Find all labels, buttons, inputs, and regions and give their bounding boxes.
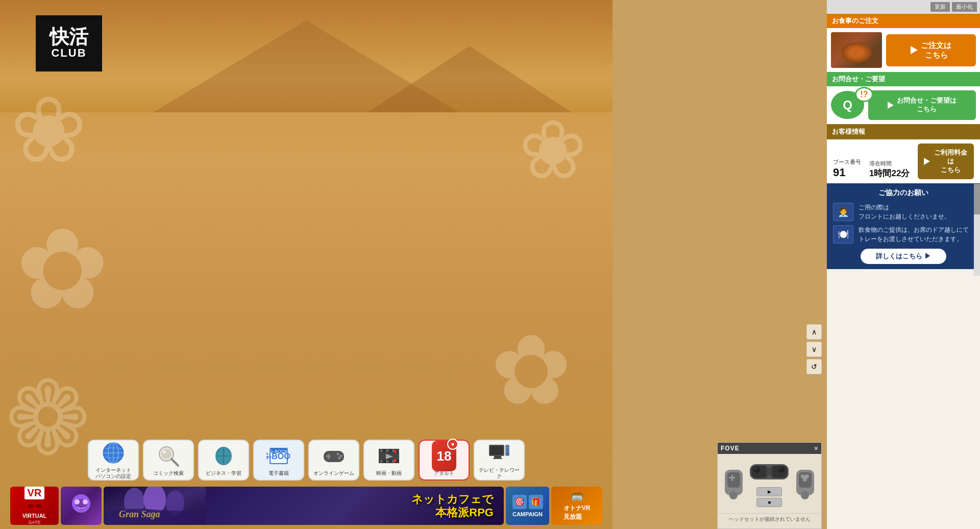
globe-icon <box>101 441 126 465</box>
svg-rect-56 <box>727 472 740 488</box>
scroll-up-button[interactable]: ∧ <box>806 324 822 340</box>
fee-button[interactable]: ご利用料金は こちら <box>918 143 974 180</box>
app-logo: 快活 CLUB <box>36 15 102 71</box>
game1-banner[interactable] <box>61 487 102 525</box>
svg-point-34 <box>394 459 397 462</box>
film-icon <box>377 444 401 468</box>
svg-point-7 <box>163 450 166 453</box>
cooperation-item-1: 🧑‍💼 ご用の際はフロントにお越しくださいませ。 <box>833 203 974 221</box>
tv-icon <box>487 441 511 465</box>
svg-text:G-BOOK: G-BOOK <box>270 449 288 454</box>
order-button[interactable]: ご注文は こちら <box>886 34 976 66</box>
cooperation-item-2: 🍽️ 飲食物のご提供は、お席のドア越しにてトレーをお渡しさせていただきます。 <box>833 225 974 244</box>
comic-label: コミック検索 <box>153 470 184 476</box>
details-button[interactable]: 詳しくはこちら ▶ <box>861 249 946 264</box>
ebook-btn[interactable]: G-BOOk G-BOOK 電子書籍 <box>253 440 304 480</box>
business-btn[interactable]: ビジネス・学習 <box>198 440 249 480</box>
app-icons-row: インターネットパソコンの設定 コミック検索 <box>0 436 612 485</box>
ebook-label: 電子書籍 <box>268 470 289 476</box>
time-info-block: 滞在時間 1時間22分 <box>869 160 910 179</box>
sidebar-scrollbar[interactable] <box>974 184 980 276</box>
svg-point-67 <box>779 468 781 470</box>
floral-decoration-5: ✿ <box>491 314 572 427</box>
cooperation-text-2: 飲食物のご提供は、お席のドア越しにてトレーをお渡しさせていただきます。 <box>859 225 974 244</box>
cooperation-icon-2: 🍽️ <box>833 225 853 244</box>
taskbar: インターネットパソコンの設定 コミック検索 <box>0 436 612 529</box>
book-icon: G-BOOk G-BOOK <box>266 444 291 468</box>
vr-banner[interactable]: VR VIRTUAL GATE <box>10 487 59 525</box>
fove-controller-right <box>794 467 817 500</box>
sidebar-scroll-track <box>974 184 980 214</box>
game-btn[interactable]: オンラインゲーム <box>308 440 359 480</box>
svg-point-64 <box>754 467 760 473</box>
customer-info-content: ブース番号 91 滞在時間 1時間22分 ご利用料金は こちら <box>827 139 980 184</box>
booth-label: ブース番号 <box>833 158 861 166</box>
svg-point-50 <box>83 499 88 504</box>
svg-rect-29 <box>380 460 383 463</box>
svg-point-70 <box>801 491 809 499</box>
game1-icon <box>66 491 96 521</box>
svg-rect-39 <box>494 456 501 458</box>
business-label: ビジネス・学習 <box>206 470 241 476</box>
gamepad-icon <box>322 444 346 468</box>
fee-btn-text: ご利用料金は こちら <box>933 149 968 175</box>
time-value: 1時間22分 <box>869 167 910 179</box>
inquiry-button[interactable]: お問合せ・ご要望は こちら <box>868 90 976 120</box>
svg-rect-30 <box>386 460 389 463</box>
minimize-button[interactable]: 最小化 <box>952 2 977 12</box>
svg-point-20 <box>340 455 342 458</box>
fove-close-button[interactable]: × <box>814 444 818 452</box>
cooperation-icon-1: 🧑‍💼 <box>833 203 853 221</box>
inquiry-content: Q !? お問合せ・ご要望は こちら <box>827 86 980 124</box>
fove-controller-left <box>722 467 745 500</box>
tv-label: テレビ・テレワーク <box>478 467 521 479</box>
floral-decoration-4: ❀ <box>519 102 587 198</box>
internet-icon-btn[interactable]: インターネットパソコンの設定 <box>88 440 139 480</box>
svg-rect-25 <box>380 449 383 452</box>
svg-point-66 <box>755 468 757 470</box>
food-content: ご注文は こちら <box>827 28 980 72</box>
game-label: オンラインゲーム <box>313 470 354 476</box>
brain-icon <box>211 444 236 468</box>
order-btn-text: ご注文は こちら <box>921 40 951 60</box>
customer-info-section: お客様情報 ブース番号 91 滞在時間 1時間22分 ご利用料金は こちら <box>827 124 980 184</box>
food-section-header: お食事のご注文 <box>827 14 980 28</box>
sidebar-topbar: 更新 最小化 <box>827 0 980 14</box>
svg-rect-28 <box>398 449 399 452</box>
adult-icon: 18 ♥ <box>432 444 456 468</box>
banner-row: VR VIRTUAL GATE <box>0 487 612 529</box>
inquiry-btn-text: お問合せ・ご要望は こちら <box>897 97 957 114</box>
adult-heart-badge: ♥ <box>447 439 458 450</box>
gran-saga-banner[interactable]: Gran Saga ネットカフェで本格派RPG <box>104 487 504 525</box>
inquiry-play-icon <box>888 102 894 109</box>
svg-point-65 <box>778 467 785 473</box>
otona-label: オトナVR見放題 <box>564 504 591 521</box>
svg-point-73 <box>803 477 807 482</box>
game1-inner <box>61 487 102 525</box>
cooperation-text-1: ご用の際はフロントにお越しくださいませ。 <box>859 203 950 221</box>
adult-btn[interactable]: 18 ♥ アダルト <box>419 440 470 480</box>
tv-btn[interactable]: テレビ・テレワーク <box>474 440 525 480</box>
comic-search-btn[interactable]: コミック検索 <box>143 440 194 480</box>
video-label: 映画・動画 <box>376 470 402 476</box>
video-btn[interactable]: 映画・動画 <box>363 440 414 480</box>
scroll-down-button[interactable]: ∨ <box>806 342 822 357</box>
update-button[interactable]: 更新 <box>930 2 950 12</box>
time-label: 滞在時間 <box>869 160 910 167</box>
refresh-button[interactable]: ↺ <box>806 359 822 374</box>
fove-window: FOVE × <box>717 442 822 529</box>
food-order-section: お食事のご注文 ご注文は こちら <box>827 14 980 72</box>
inquiry-section: お問合せ・ご要望 Q !? お問合せ・ご要望は こちら <box>827 72 980 124</box>
svg-rect-38 <box>506 446 509 455</box>
fee-play-icon <box>924 158 930 165</box>
svg-line-6 <box>172 459 178 466</box>
svg-rect-18 <box>326 455 331 457</box>
campaign-banner[interactable]: 🎯 🎁 CAMPAIGN <box>506 487 549 525</box>
svg-rect-59 <box>729 477 735 478</box>
svg-point-49 <box>75 499 80 504</box>
fove-action-btn-2[interactable]: ■ <box>756 498 782 507</box>
gran-saga-logo: Gran Saga <box>119 509 160 520</box>
otona-vr-banner[interactable]: 🥽 オトナVR見放題 <box>551 487 602 525</box>
fove-action-btn-1[interactable]: ▶ <box>756 487 782 496</box>
svg-rect-47 <box>33 504 36 508</box>
